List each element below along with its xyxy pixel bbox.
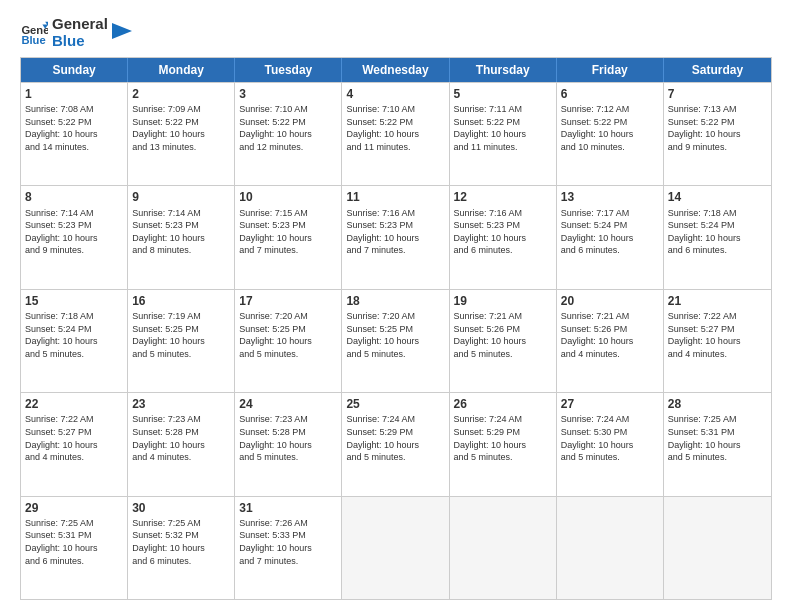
calendar-cell: 1Sunrise: 7:08 AMSunset: 5:22 PMDaylight… (21, 83, 128, 185)
calendar-cell: 23Sunrise: 7:23 AMSunset: 5:28 PMDayligh… (128, 393, 235, 495)
day-info: Sunrise: 7:24 AMSunset: 5:29 PMDaylight:… (346, 413, 444, 463)
header: General Blue General Blue (20, 16, 772, 49)
logo-blue: Blue (52, 33, 108, 50)
day-info: Sunrise: 7:20 AMSunset: 5:25 PMDaylight:… (239, 310, 337, 360)
day-number: 28 (668, 396, 767, 412)
calendar-cell: 13Sunrise: 7:17 AMSunset: 5:24 PMDayligh… (557, 186, 664, 288)
day-number: 29 (25, 500, 123, 516)
calendar-cell: 5Sunrise: 7:11 AMSunset: 5:22 PMDaylight… (450, 83, 557, 185)
calendar-cell: 11Sunrise: 7:16 AMSunset: 5:23 PMDayligh… (342, 186, 449, 288)
dow-saturday: Saturday (664, 58, 771, 82)
day-number: 16 (132, 293, 230, 309)
calendar-cell: 22Sunrise: 7:22 AMSunset: 5:27 PMDayligh… (21, 393, 128, 495)
day-number: 7 (668, 86, 767, 102)
day-number: 26 (454, 396, 552, 412)
day-info: Sunrise: 7:10 AMSunset: 5:22 PMDaylight:… (239, 103, 337, 153)
day-number: 3 (239, 86, 337, 102)
dow-tuesday: Tuesday (235, 58, 342, 82)
day-info: Sunrise: 7:20 AMSunset: 5:25 PMDaylight:… (346, 310, 444, 360)
day-number: 14 (668, 189, 767, 205)
day-number: 17 (239, 293, 337, 309)
dow-friday: Friday (557, 58, 664, 82)
calendar-row: 29Sunrise: 7:25 AMSunset: 5:31 PMDayligh… (21, 496, 771, 599)
calendar-cell: 20Sunrise: 7:21 AMSunset: 5:26 PMDayligh… (557, 290, 664, 392)
day-number: 10 (239, 189, 337, 205)
day-number: 12 (454, 189, 552, 205)
calendar-cell: 31Sunrise: 7:26 AMSunset: 5:33 PMDayligh… (235, 497, 342, 599)
day-info: Sunrise: 7:10 AMSunset: 5:22 PMDaylight:… (346, 103, 444, 153)
day-info: Sunrise: 7:18 AMSunset: 5:24 PMDaylight:… (25, 310, 123, 360)
calendar-row: 22Sunrise: 7:22 AMSunset: 5:27 PMDayligh… (21, 392, 771, 495)
calendar-cell: 3Sunrise: 7:10 AMSunset: 5:22 PMDaylight… (235, 83, 342, 185)
day-number: 20 (561, 293, 659, 309)
day-info: Sunrise: 7:25 AMSunset: 5:32 PMDaylight:… (132, 517, 230, 567)
dow-thursday: Thursday (450, 58, 557, 82)
day-info: Sunrise: 7:21 AMSunset: 5:26 PMDaylight:… (454, 310, 552, 360)
day-info: Sunrise: 7:26 AMSunset: 5:33 PMDaylight:… (239, 517, 337, 567)
day-info: Sunrise: 7:14 AMSunset: 5:23 PMDaylight:… (25, 207, 123, 257)
calendar-cell: 12Sunrise: 7:16 AMSunset: 5:23 PMDayligh… (450, 186, 557, 288)
day-number: 19 (454, 293, 552, 309)
calendar-cell: 4Sunrise: 7:10 AMSunset: 5:22 PMDaylight… (342, 83, 449, 185)
calendar-cell: 17Sunrise: 7:20 AMSunset: 5:25 PMDayligh… (235, 290, 342, 392)
day-info: Sunrise: 7:23 AMSunset: 5:28 PMDaylight:… (239, 413, 337, 463)
svg-text:Blue: Blue (21, 34, 45, 46)
day-number: 23 (132, 396, 230, 412)
logo-icon: General Blue (20, 19, 48, 47)
calendar-cell: 8Sunrise: 7:14 AMSunset: 5:23 PMDaylight… (21, 186, 128, 288)
day-info: Sunrise: 7:16 AMSunset: 5:23 PMDaylight:… (454, 207, 552, 257)
day-info: Sunrise: 7:18 AMSunset: 5:24 PMDaylight:… (668, 207, 767, 257)
calendar-cell: 6Sunrise: 7:12 AMSunset: 5:22 PMDaylight… (557, 83, 664, 185)
day-number: 18 (346, 293, 444, 309)
logo: General Blue General Blue (20, 16, 132, 49)
day-info: Sunrise: 7:14 AMSunset: 5:23 PMDaylight:… (132, 207, 230, 257)
day-info: Sunrise: 7:17 AMSunset: 5:24 PMDaylight:… (561, 207, 659, 257)
calendar-page: General Blue General Blue Sunday Monday … (0, 0, 792, 612)
calendar-cell: 24Sunrise: 7:23 AMSunset: 5:28 PMDayligh… (235, 393, 342, 495)
day-number: 5 (454, 86, 552, 102)
logo-arrow-icon (112, 23, 132, 43)
day-info: Sunrise: 7:12 AMSunset: 5:22 PMDaylight:… (561, 103, 659, 153)
day-number: 11 (346, 189, 444, 205)
day-info: Sunrise: 7:13 AMSunset: 5:22 PMDaylight:… (668, 103, 767, 153)
day-info: Sunrise: 7:25 AMSunset: 5:31 PMDaylight:… (668, 413, 767, 463)
calendar-cell: 30Sunrise: 7:25 AMSunset: 5:32 PMDayligh… (128, 497, 235, 599)
calendar-cell (557, 497, 664, 599)
calendar-header: Sunday Monday Tuesday Wednesday Thursday… (21, 58, 771, 82)
day-number: 1 (25, 86, 123, 102)
calendar-cell: 19Sunrise: 7:21 AMSunset: 5:26 PMDayligh… (450, 290, 557, 392)
calendar-cell: 21Sunrise: 7:22 AMSunset: 5:27 PMDayligh… (664, 290, 771, 392)
day-info: Sunrise: 7:24 AMSunset: 5:29 PMDaylight:… (454, 413, 552, 463)
logo-general: General (52, 16, 108, 33)
dow-monday: Monday (128, 58, 235, 82)
calendar-cell: 7Sunrise: 7:13 AMSunset: 5:22 PMDaylight… (664, 83, 771, 185)
calendar-cell: 18Sunrise: 7:20 AMSunset: 5:25 PMDayligh… (342, 290, 449, 392)
calendar-cell: 10Sunrise: 7:15 AMSunset: 5:23 PMDayligh… (235, 186, 342, 288)
calendar-cell: 27Sunrise: 7:24 AMSunset: 5:30 PMDayligh… (557, 393, 664, 495)
day-number: 21 (668, 293, 767, 309)
calendar-body: 1Sunrise: 7:08 AMSunset: 5:22 PMDaylight… (21, 82, 771, 599)
calendar-cell: 14Sunrise: 7:18 AMSunset: 5:24 PMDayligh… (664, 186, 771, 288)
day-info: Sunrise: 7:24 AMSunset: 5:30 PMDaylight:… (561, 413, 659, 463)
calendar-cell: 28Sunrise: 7:25 AMSunset: 5:31 PMDayligh… (664, 393, 771, 495)
day-number: 22 (25, 396, 123, 412)
calendar: Sunday Monday Tuesday Wednesday Thursday… (20, 57, 772, 600)
day-number: 31 (239, 500, 337, 516)
day-number: 24 (239, 396, 337, 412)
calendar-cell: 29Sunrise: 7:25 AMSunset: 5:31 PMDayligh… (21, 497, 128, 599)
day-info: Sunrise: 7:22 AMSunset: 5:27 PMDaylight:… (668, 310, 767, 360)
day-number: 27 (561, 396, 659, 412)
calendar-cell (450, 497, 557, 599)
day-number: 25 (346, 396, 444, 412)
day-info: Sunrise: 7:16 AMSunset: 5:23 PMDaylight:… (346, 207, 444, 257)
day-info: Sunrise: 7:15 AMSunset: 5:23 PMDaylight:… (239, 207, 337, 257)
calendar-cell: 2Sunrise: 7:09 AMSunset: 5:22 PMDaylight… (128, 83, 235, 185)
dow-wednesday: Wednesday (342, 58, 449, 82)
calendar-cell: 26Sunrise: 7:24 AMSunset: 5:29 PMDayligh… (450, 393, 557, 495)
calendar-cell (342, 497, 449, 599)
calendar-row: 15Sunrise: 7:18 AMSunset: 5:24 PMDayligh… (21, 289, 771, 392)
day-info: Sunrise: 7:19 AMSunset: 5:25 PMDaylight:… (132, 310, 230, 360)
dow-sunday: Sunday (21, 58, 128, 82)
calendar-row: 8Sunrise: 7:14 AMSunset: 5:23 PMDaylight… (21, 185, 771, 288)
day-number: 9 (132, 189, 230, 205)
